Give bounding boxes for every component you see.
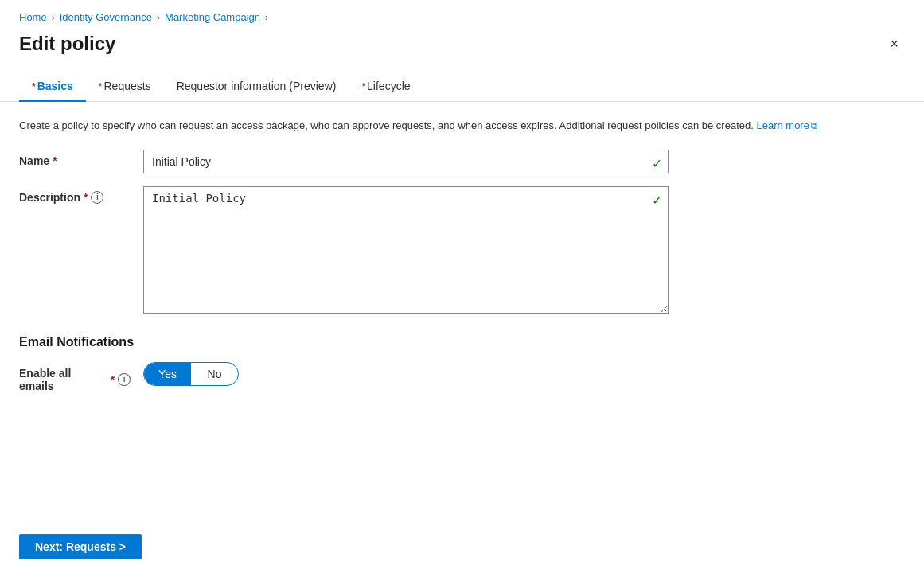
description-field-row: Description * i Initial Policy ✓ <box>19 186 905 316</box>
name-check-icon: ✓ <box>652 156 662 171</box>
page-title: Edit policy <box>19 33 115 55</box>
tab-basics-required: * <box>32 81 36 92</box>
content-area: Create a policy to specify who can reque… <box>0 102 924 524</box>
breadcrumb: Home › Identity Governance › Marketing C… <box>0 0 924 29</box>
description-label: Description * i <box>19 186 131 204</box>
main-panel: Home › Identity Governance › Marketing C… <box>0 0 924 569</box>
breadcrumb-home[interactable]: Home <box>19 11 47 23</box>
page-wrapper: Home › Identity Governance › Marketing C… <box>0 0 924 569</box>
breadcrumb-marketing-campaign[interactable]: Marketing Campaign <box>165 11 260 23</box>
description-required-marker: * <box>84 191 88 204</box>
external-link-icon: ⧉ <box>811 121 817 131</box>
description-textarea[interactable]: Initial Policy <box>143 186 669 314</box>
form-section: Name * ✓ Description * i <box>19 150 905 392</box>
tab-requests-required: * <box>99 81 103 92</box>
enable-emails-label: Enable all emails * i <box>19 362 131 392</box>
next-requests-button[interactable]: Next: Requests > <box>19 534 142 559</box>
description-info-icon[interactable]: i <box>91 191 103 204</box>
breadcrumb-sep-3: › <box>265 12 268 23</box>
tab-requests[interactable]: *Requests <box>86 72 164 102</box>
footer-bar: Next: Requests > <box>0 524 924 569</box>
tabs-bar: *Basics *Requests Requestor information … <box>0 72 924 102</box>
breadcrumb-sep-2: › <box>157 12 160 23</box>
enable-emails-info-icon[interactable]: i <box>118 373 131 386</box>
tab-lifecycle[interactable]: *Lifecycle <box>349 72 423 102</box>
description-check-icon: ✓ <box>652 193 662 208</box>
name-required-marker: * <box>53 154 57 167</box>
description-text: Create a policy to specify who can reque… <box>19 118 905 134</box>
tab-lifecycle-required: * <box>361 81 365 92</box>
toggle-yes-button[interactable]: Yes <box>144 363 191 385</box>
breadcrumb-sep-1: › <box>52 12 55 23</box>
email-notifications-title: Email Notifications <box>19 335 905 349</box>
tab-requestor-info[interactable]: Requestor information (Preview) <box>164 72 349 102</box>
enable-emails-required: * <box>111 373 115 386</box>
description-input-wrapper: Initial Policy ✓ <box>143 186 669 316</box>
breadcrumb-identity-governance[interactable]: Identity Governance <box>60 11 152 23</box>
name-label: Name * <box>19 150 131 167</box>
close-button[interactable]: × <box>883 33 905 56</box>
name-field-row: Name * ✓ <box>19 150 905 173</box>
tab-basics[interactable]: *Basics <box>19 72 86 102</box>
enable-emails-toggle[interactable]: Yes No <box>143 362 239 386</box>
name-input-wrapper: ✓ <box>143 150 669 173</box>
name-input[interactable] <box>143 150 669 173</box>
header-row: Edit policy × <box>0 29 924 72</box>
enable-emails-row: Enable all emails * i Yes No <box>19 362 905 392</box>
learn-more-link[interactable]: Learn more⧉ <box>756 119 817 131</box>
toggle-no-button[interactable]: No <box>191 363 238 385</box>
